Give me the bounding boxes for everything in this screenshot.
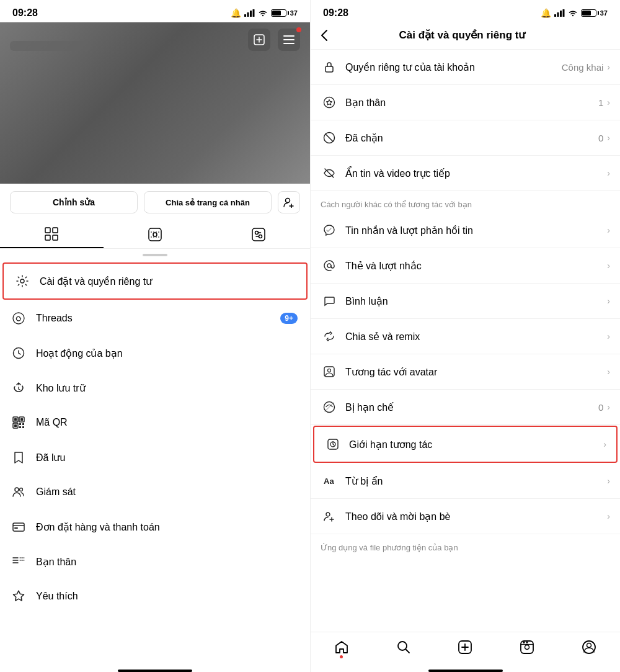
svg-point-15 bbox=[153, 233, 157, 236]
menu-item-qr[interactable]: Mã QR bbox=[0, 405, 310, 440]
settings-item-account-privacy[interactable]: Quyền riêng tư của tài khoản Công khai › bbox=[311, 50, 620, 85]
settings-item-avatar[interactable]: Tương tác với avatar › bbox=[311, 354, 620, 390]
left-bell-icon: 🔔 bbox=[231, 8, 241, 18]
chevron-icon-5: › bbox=[607, 225, 610, 235]
clock-activity-icon bbox=[12, 346, 25, 360]
menu-item-archive[interactable]: Kho lưu trữ bbox=[0, 370, 310, 405]
svg-rect-29 bbox=[19, 426, 21, 428]
svg-point-44 bbox=[572, 15, 574, 16]
people-icon bbox=[12, 485, 25, 499]
threads-logo-icon bbox=[12, 311, 25, 325]
edit-profile-button[interactable]: Chỉnh sửa bbox=[10, 191, 138, 213]
account-privacy-value: Công khai bbox=[562, 62, 604, 73]
menu-item-threads[interactable]: Threads 9+ bbox=[0, 301, 310, 336]
settings-item-sharing[interactable]: Chia sẻ và remix › bbox=[311, 319, 620, 354]
svg-point-66 bbox=[587, 643, 591, 648]
plus-square-icon bbox=[254, 34, 265, 45]
svg-rect-43 bbox=[562, 9, 564, 17]
svg-rect-45 bbox=[326, 66, 333, 72]
limit-interactions-label: Giới hạn tương tác bbox=[349, 439, 603, 450]
svg-rect-8 bbox=[283, 43, 294, 44]
orders-icon bbox=[10, 518, 27, 535]
lock-icon bbox=[321, 58, 338, 76]
settings-item-hidden-words[interactable]: Aa Từ bị ẩn › bbox=[311, 464, 620, 499]
chevron-icon-11: › bbox=[603, 439, 606, 449]
right-battery: 37 bbox=[581, 9, 608, 17]
left-home-indicator bbox=[118, 670, 192, 672]
limit-interactions-icon bbox=[324, 436, 342, 453]
menu-item-orders[interactable]: Đơn đặt hàng và thanh toán bbox=[0, 509, 310, 544]
archive-icon bbox=[10, 379, 27, 396]
close-friends-count: 1 bbox=[598, 97, 603, 108]
tab-grid[interactable] bbox=[0, 221, 104, 248]
svg-rect-6 bbox=[283, 35, 294, 37]
qr-label: Mã QR bbox=[36, 417, 300, 428]
back-button[interactable] bbox=[321, 29, 328, 42]
add-friend-button[interactable] bbox=[278, 191, 300, 213]
tab-tagged[interactable] bbox=[206, 221, 310, 248]
section-apps-label: Ứng dụng và file phương tiện của bạn bbox=[311, 534, 620, 556]
add-content-button[interactable] bbox=[248, 29, 270, 51]
menu-item-saved[interactable]: Đã lưu bbox=[0, 440, 310, 475]
settings-item-limit-interactions[interactable]: Giới hạn tương tác › bbox=[313, 426, 618, 463]
comments-label: Bình luận bbox=[345, 295, 607, 307]
hide-story-label: Ẩn tin và video trực tiếp bbox=[345, 168, 607, 179]
add-person-icon bbox=[283, 197, 294, 208]
nav-profile[interactable] bbox=[558, 637, 620, 657]
settings-item-close-friends[interactable]: Bạn thân 1 › bbox=[311, 85, 620, 120]
settings-item-restricted[interactable]: Bị hạn chế 0 › bbox=[311, 390, 620, 425]
settings-item-comments[interactable]: Bình luận › bbox=[311, 284, 620, 319]
svg-point-4 bbox=[262, 15, 264, 16]
nav-add[interactable] bbox=[435, 637, 497, 657]
nav-search[interactable] bbox=[373, 637, 435, 657]
profile-actions: Chỉnh sửa Chia sẻ trang cá nhân bbox=[0, 184, 310, 221]
menu-item-activity[interactable]: Hoạt động của bạn bbox=[0, 336, 310, 370]
star-circle-icon bbox=[323, 96, 335, 109]
nav-reels[interactable] bbox=[496, 637, 558, 657]
menu-item-settings[interactable]: Cài đặt và quyền riêng tư bbox=[2, 262, 308, 300]
settings-item-follow-invite[interactable]: Theo dõi và mời bạn bè › bbox=[311, 499, 620, 534]
svg-point-51 bbox=[328, 369, 331, 372]
circle-ban-icon bbox=[323, 401, 335, 413]
svg-rect-1 bbox=[247, 12, 249, 17]
arrows-remix-icon bbox=[323, 330, 335, 343]
restricted-label: Bị hạn chế bbox=[345, 401, 598, 413]
share-profile-button[interactable]: Chia sẻ trang cá nhân bbox=[144, 191, 272, 213]
svg-rect-2 bbox=[250, 11, 252, 17]
profile-name-blur bbox=[10, 41, 91, 51]
settings-icon bbox=[14, 272, 31, 290]
settings-item-tags[interactable]: Thẻ và lượt nhắc › bbox=[311, 248, 620, 284]
nav-home[interactable] bbox=[311, 637, 373, 657]
list-icon bbox=[12, 555, 25, 568]
settings-item-blocked[interactable]: Đã chặn 0 › bbox=[311, 120, 620, 156]
reels-tab-icon bbox=[148, 228, 162, 241]
settings-label: Cài đặt và quyền riêng tư bbox=[40, 276, 296, 287]
menu-item-favorites[interactable]: Yêu thích bbox=[0, 579, 310, 614]
svg-rect-42 bbox=[560, 11, 562, 17]
profile-icon bbox=[582, 640, 596, 655]
wifi-icon bbox=[258, 9, 268, 17]
gear-icon bbox=[16, 274, 29, 288]
tab-reels[interactable] bbox=[104, 221, 207, 248]
avatar-label: Tương tác với avatar bbox=[345, 366, 607, 378]
threads-badge: 9+ bbox=[280, 313, 298, 324]
chevron-icon-13: › bbox=[607, 511, 610, 521]
qr-code-icon bbox=[12, 416, 25, 429]
menu-item-supervision[interactable]: Giám sát bbox=[0, 475, 310, 509]
supervision-icon bbox=[10, 483, 27, 501]
right-bell-icon: 🔔 bbox=[541, 8, 551, 18]
svg-rect-14 bbox=[149, 228, 161, 241]
chevron-icon-9: › bbox=[607, 367, 610, 377]
settings-item-messages[interactable]: Tin nhắn và lượt phản hồi tin › bbox=[311, 213, 620, 248]
grid-icon bbox=[45, 227, 58, 241]
settings-item-hide-story[interactable]: Ẩn tin và video trực tiếp › bbox=[311, 156, 620, 191]
svg-rect-13 bbox=[53, 235, 58, 240]
svg-text:Aa: Aa bbox=[324, 477, 334, 486]
close-friends-label: Bạn thân bbox=[345, 97, 598, 109]
svg-rect-16 bbox=[252, 228, 265, 241]
menu-item-bestie[interactable]: Bạn thân bbox=[0, 544, 310, 579]
right-wifi-icon bbox=[568, 9, 578, 17]
menu-button[interactable] bbox=[278, 29, 300, 51]
profile-tabs bbox=[0, 221, 310, 249]
threads-label: Threads bbox=[36, 313, 280, 324]
